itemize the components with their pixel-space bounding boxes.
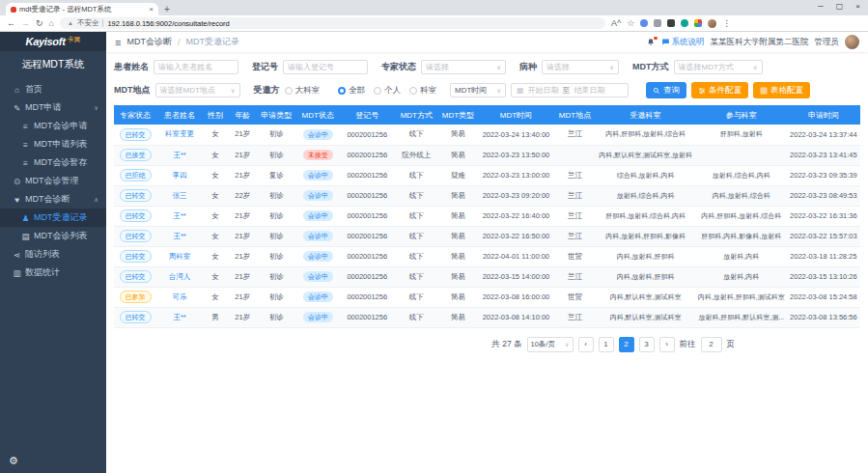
sidebar-item[interactable]: ▥数据统计 — [0, 264, 106, 282]
table-cell: 已转交 — [114, 246, 156, 266]
goto-page-input[interactable] — [701, 337, 722, 352]
user-icon: ♟ — [20, 213, 31, 223]
breadcrumb-parent[interactable]: MDT会诊断 — [126, 36, 172, 48]
extension-icon[interactable] — [694, 19, 702, 27]
sidebar-item-label: 首页 — [25, 83, 42, 96]
browser-chrome: mdt受邀记录 - 远程MDT系统 × + ─ ▢ × ← → ↻ ⌂ ▲ 不安… — [0, 0, 868, 32]
next-page-button[interactable]: › — [659, 337, 675, 352]
patient-name-link[interactable]: 张三 — [173, 191, 187, 200]
invitee-radio-option[interactable]: 全部 — [338, 85, 365, 97]
sidebar-item[interactable]: ⊙MDT会诊管理 — [0, 172, 106, 190]
column-header: 专家状态 — [114, 105, 156, 125]
extension-icon[interactable] — [681, 19, 688, 27]
app-logo: Kayisoft 卡翼 — [0, 32, 106, 51]
page-button[interactable]: 1 — [599, 337, 614, 352]
prev-page-button[interactable]: ‹ — [578, 337, 594, 352]
patient-name-link[interactable]: 周科室 — [169, 252, 191, 261]
list-icon: ≡ — [20, 158, 31, 168]
sidebar-item[interactable]: ✎MDT申请∨ — [0, 98, 106, 117]
browser-profile-avatar[interactable] — [708, 19, 716, 28]
reload-icon[interactable]: ↻ — [36, 18, 43, 28]
disease-select[interactable]: 请选择 ∨ — [542, 60, 619, 74]
mdt-mode-select[interactable]: 请选择MDT方式 ∨ — [674, 60, 763, 74]
column-header: 患者姓名 — [156, 105, 203, 125]
browser-tab[interactable]: mdt受邀记录 - 远程MDT系统 × — [6, 3, 158, 15]
patient-name-link[interactable]: 王** — [173, 232, 185, 240]
window-maximize-button[interactable]: ▢ — [836, 2, 844, 11]
sidebar-item[interactable]: ≡MDT会诊暂存 — [0, 153, 106, 172]
sidebar-item[interactable]: ⋖随访列表 — [0, 245, 106, 264]
table-cell: 21岁 — [228, 226, 257, 246]
register-no-label: 登记号 — [252, 61, 278, 73]
table-row: 已转交周科室女21岁初诊会诊中0002001256线下简易2022-04-01 … — [114, 246, 860, 266]
extension-icon[interactable] — [667, 19, 675, 27]
patient-name-link[interactable]: 李四 — [173, 171, 187, 180]
register-no-input[interactable] — [283, 60, 368, 74]
text-zoom-icon[interactable]: A^ — [611, 18, 621, 28]
tab-close-icon[interactable]: × — [149, 5, 154, 14]
mdt-time-range-picker[interactable]: ▦ 开始日期 至 结束日期 — [511, 83, 629, 97]
mdt-status-badge: 会诊中 — [303, 231, 333, 241]
sidebar-item[interactable]: ♟MDT受邀记录 — [0, 209, 106, 227]
page-button[interactable]: 2 — [619, 337, 634, 352]
window-close-button[interactable]: × — [855, 2, 860, 11]
page-content: 患者姓名 登记号 专家状态 请选择 ∨ 病种 请选择 ∨ MDT方式 请选择MD… — [106, 52, 868, 473]
sidebar-item[interactable]: ⌂首页 — [0, 80, 106, 98]
new-tab-button[interactable]: + — [164, 4, 170, 14]
mdt-time-field-select[interactable]: MDT时间 ∨ — [450, 83, 506, 97]
sidebar-item[interactable]: ♥MDT会诊断∧ — [0, 190, 106, 209]
condition-config-button[interactable]: 条件配置 — [691, 82, 748, 98]
extension-icon[interactable] — [640, 19, 648, 27]
column-header: MDT时间 — [477, 105, 554, 125]
invitee-radio-option[interactable]: 科室 — [409, 85, 436, 97]
table-config-button[interactable]: 表格配置 — [753, 82, 810, 98]
forward-icon[interactable]: → — [21, 18, 30, 28]
expert-status-select[interactable]: 请选择 ∨ — [421, 60, 506, 74]
mdt-place-select[interactable]: 请选择MDT地点 ∨ — [155, 83, 240, 97]
patient-name-link[interactable]: 科室变更 — [165, 129, 194, 138]
back-icon[interactable]: ← — [7, 18, 15, 28]
mdt-status-badge: 会诊中 — [303, 129, 333, 140]
sidebar-item-label: MDT会诊暂存 — [34, 156, 88, 169]
invitee-radio-option[interactable]: 个人 — [374, 85, 401, 97]
notification-bell-icon[interactable] — [646, 38, 656, 47]
patient-name-link[interactable]: 王** — [173, 313, 185, 321]
url-bar[interactable]: ▲ 不安全 192.168.0.156:9002/consultate/reco… — [60, 17, 605, 29]
system-help-link[interactable]: 系统说明 — [661, 37, 705, 48]
bookmark-star-icon[interactable]: ☆ — [627, 18, 634, 28]
sidebar-item[interactable]: ≡MDT申请列表 — [0, 135, 106, 153]
extension-icon[interactable] — [654, 19, 661, 27]
table-cell: 疑难 — [438, 165, 477, 185]
invitee-radio-option[interactable]: 大科室 — [285, 85, 321, 97]
table-cell: 会诊中 — [295, 185, 340, 206]
sidebar-item[interactable]: ≡MDT会诊申请 — [0, 117, 106, 135]
table-config-label: 表格配置 — [770, 85, 803, 97]
home-icon[interactable]: ⌂ — [49, 18, 54, 28]
mdt-status-badge: 会诊中 — [303, 210, 333, 221]
table-cell: 复诊 — [257, 165, 295, 185]
expert-status-badge: 已参加 — [120, 291, 152, 303]
search-button[interactable]: 查询 — [646, 82, 686, 98]
goto-suffix: 页 — [727, 339, 736, 350]
browser-menu-icon[interactable]: ⋮ — [722, 18, 731, 28]
table-cell: 兰江 — [555, 206, 596, 226]
table-cell: 简易 — [438, 246, 477, 266]
page-size-select[interactable]: 10条/页 ∨ — [527, 337, 574, 352]
patient-name-input[interactable] — [154, 60, 238, 74]
gear-icon[interactable]: ⚙ — [9, 455, 18, 467]
page-button[interactable]: 3 — [639, 337, 655, 352]
patient-name-link[interactable]: 可乐 — [173, 292, 187, 301]
patient-name-link[interactable]: 王** — [173, 151, 185, 159]
mdt-status-badge: 会诊中 — [303, 251, 333, 262]
search-button-label: 查询 — [663, 85, 680, 97]
sidebar-item[interactable]: ▤MDT会诊列表 — [0, 227, 106, 245]
window-minimize-button[interactable]: ─ — [818, 2, 824, 11]
app-root: Kayisoft 卡翼 远程MDT系统 ⌂首页✎MDT申请∨≡MDT会诊申请≡M… — [0, 32, 868, 473]
user-avatar[interactable] — [845, 35, 859, 49]
hamburger-icon[interactable]: ≡ — [115, 37, 121, 48]
patient-name-link[interactable]: 王** — [173, 211, 185, 220]
patient-name-link[interactable]: 台湾人 — [169, 272, 191, 281]
security-label[interactable]: 不安全 — [77, 18, 99, 28]
table-cell: 初诊 — [257, 307, 295, 327]
table-cell: 女 — [203, 287, 228, 307]
